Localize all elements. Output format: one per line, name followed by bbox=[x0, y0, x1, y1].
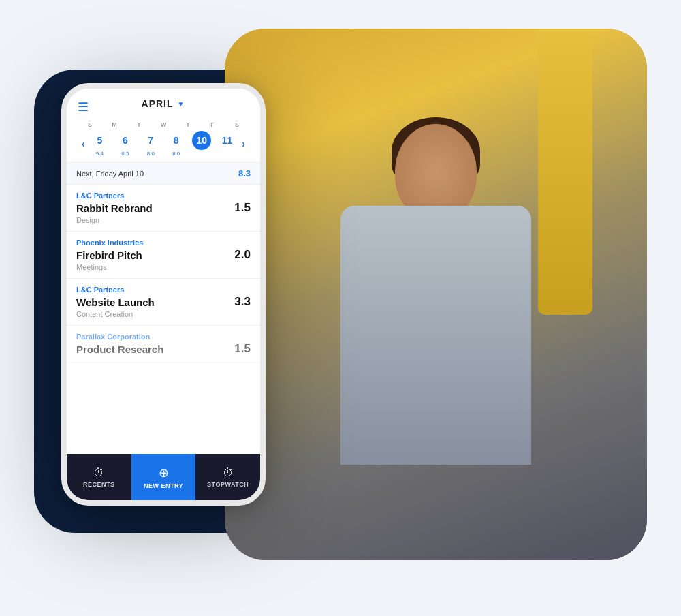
date-hours: 9.4 bbox=[96, 151, 104, 157]
entry-row-2: Firebird Pitch 2.0 bbox=[76, 248, 251, 262]
stopwatch-label: STOPWATCH bbox=[207, 481, 249, 488]
person-head bbox=[395, 124, 477, 219]
cal-date-7[interactable]: 7 8.0 bbox=[140, 131, 161, 157]
entry-hours-3: 3.3 bbox=[234, 295, 251, 309]
date-number-active: 10 bbox=[192, 131, 211, 150]
cal-date-10[interactable]: 10 bbox=[191, 131, 212, 157]
phone-mockup: ☰ APRIL ▼ S M T W T F bbox=[61, 83, 266, 506]
prev-week-button[interactable]: ‹ bbox=[79, 138, 88, 149]
date-number: 5 bbox=[90, 131, 109, 150]
entry-name-1: Rabbit Rebrand bbox=[76, 202, 153, 214]
time-entry-2[interactable]: Phoenix Industries Firebird Pitch 2.0 Me… bbox=[67, 232, 260, 279]
month-label: APRIL bbox=[142, 98, 174, 109]
day-t1: T bbox=[127, 121, 151, 128]
nav-recents[interactable]: ⏱ RECENTS bbox=[67, 454, 131, 500]
next-week-button[interactable]: › bbox=[239, 138, 248, 149]
time-entry-1[interactable]: L&C Partners Rabbit Rebrand 1.5 Design bbox=[67, 185, 260, 232]
time-entry-4[interactable]: Parallax Corporation Product Research 1.… bbox=[67, 326, 260, 363]
entry-client-4: Parallax Corporation bbox=[76, 333, 251, 341]
date-hours: 6.5 bbox=[121, 151, 129, 157]
menu-icon[interactable]: ☰ bbox=[78, 101, 89, 113]
new-entry-icon: ⊕ bbox=[159, 465, 169, 480]
cal-date-6[interactable]: 6 6.5 bbox=[114, 131, 136, 157]
entry-row-4: Product Research 1.5 bbox=[76, 342, 251, 356]
day-w: W bbox=[151, 121, 176, 128]
new-entry-label: NEW ENTRY bbox=[144, 482, 183, 489]
entry-hours-4: 1.5 bbox=[234, 342, 251, 356]
bottom-navigation: ⏱ RECENTS ⊕ NEW ENTRY ⏱ STOPWATCH bbox=[67, 454, 260, 500]
person-illustration bbox=[300, 70, 572, 560]
date-number: 11 bbox=[218, 131, 237, 150]
phone-frame: ☰ APRIL ▼ S M T W T F bbox=[61, 83, 266, 506]
day-s2: S bbox=[225, 121, 249, 128]
cal-date-5[interactable]: 5 9.4 bbox=[89, 131, 110, 157]
entry-client-2: Phoenix Industries bbox=[76, 238, 251, 247]
day-s1: S bbox=[78, 121, 102, 128]
time-entry-3[interactable]: L&C Partners Website Launch 3.3 Content … bbox=[67, 279, 260, 326]
calendar-dates: 5 9.4 6 6.5 7 8.0 bbox=[88, 131, 240, 157]
entry-hours-2: 2.0 bbox=[234, 248, 251, 262]
cal-date-8[interactable]: 8 8.0 bbox=[165, 131, 187, 157]
entry-name-2: Firebird Pitch bbox=[76, 249, 142, 261]
nav-stopwatch[interactable]: ⏱ STOPWATCH bbox=[195, 454, 260, 500]
calendar-dates-row: ‹ 5 9.4 6 6.5 7 bbox=[78, 131, 249, 157]
entry-row-3: Website Launch 3.3 bbox=[76, 295, 251, 309]
entry-name-3: Website Launch bbox=[76, 296, 155, 308]
time-entries-list: L&C Partners Rabbit Rebrand 1.5 Design P… bbox=[67, 185, 260, 500]
entry-hours-1: 1.5 bbox=[234, 201, 251, 215]
month-selector[interactable]: APRIL ▼ bbox=[142, 98, 185, 109]
entry-client-3: L&C Partners bbox=[76, 286, 251, 294]
entry-client-1: L&C Partners bbox=[76, 191, 251, 200]
day-total-header: Next, Friday April 10 8.3 bbox=[67, 163, 260, 185]
nav-new-entry[interactable]: ⊕ NEW ENTRY bbox=[131, 454, 196, 500]
photo-container bbox=[225, 29, 647, 560]
date-hours: 8.0 bbox=[147, 151, 155, 157]
phone-content: ☰ APRIL ▼ S M T W T F bbox=[67, 89, 260, 500]
scene: ☰ APRIL ▼ S M T W T F bbox=[34, 29, 647, 587]
calendar-days-header: S M T W T F S bbox=[78, 121, 249, 128]
day-label: Next, Friday April 10 bbox=[76, 170, 144, 178]
entry-row-1: Rabbit Rebrand 1.5 bbox=[76, 201, 251, 215]
date-number: 8 bbox=[167, 131, 186, 150]
cal-date-11[interactable]: 11 bbox=[217, 131, 238, 157]
phone-header: ☰ APRIL ▼ S M T W T F bbox=[67, 89, 260, 163]
entry-category-2: Meetings bbox=[76, 263, 251, 271]
date-number: 6 bbox=[116, 131, 135, 150]
day-f: F bbox=[200, 121, 225, 128]
day-total: 8.3 bbox=[238, 168, 251, 179]
entry-name-4: Product Research bbox=[76, 343, 163, 355]
stopwatch-icon: ⏱ bbox=[223, 467, 234, 479]
entry-category-3: Content Creation bbox=[76, 310, 251, 318]
month-dropdown-icon: ▼ bbox=[178, 100, 185, 108]
person-body bbox=[340, 206, 531, 465]
recents-icon: ⏱ bbox=[93, 467, 104, 479]
recents-label: RECENTS bbox=[83, 481, 115, 488]
day-m: M bbox=[102, 121, 127, 128]
date-hours: 8.0 bbox=[172, 151, 180, 157]
date-number: 7 bbox=[141, 131, 160, 150]
day-t2: T bbox=[176, 121, 200, 128]
entry-category-1: Design bbox=[76, 216, 251, 224]
